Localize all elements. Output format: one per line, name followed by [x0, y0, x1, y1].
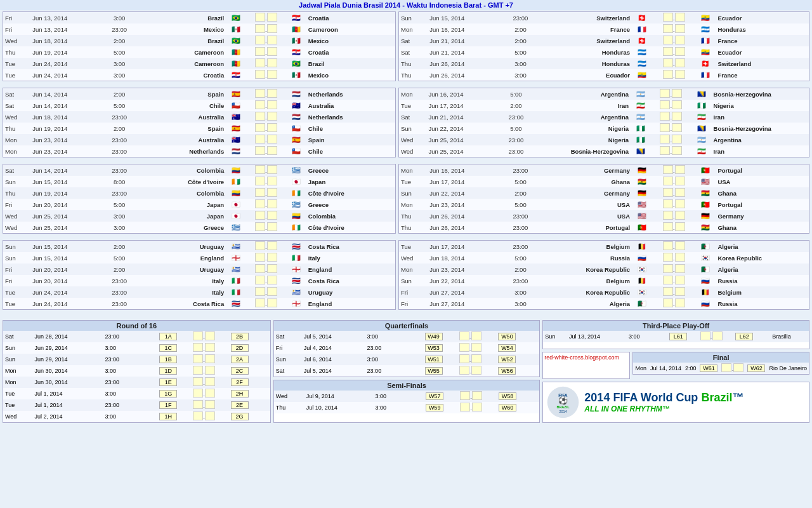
match-time: 3:00: [365, 354, 402, 365]
away-flag: 🇵🇹: [695, 199, 716, 210]
home-slot: 1A: [138, 331, 179, 342]
match-date: Jun 23, 2014: [30, 134, 102, 145]
match-time: 2:00: [102, 123, 137, 134]
away-team: France: [716, 35, 809, 46]
score-display: -: [653, 164, 695, 177]
match-day: Wed: [399, 145, 427, 157]
match-date: Jul 4, 2014: [302, 342, 365, 354]
away-flag: 🇯🇵: [287, 176, 306, 187]
match-date: Jun 21, 2014: [428, 35, 502, 46]
home-team: Uruguay: [137, 241, 226, 253]
match-day: Tue: [3, 69, 31, 81]
away-team: Ghana: [716, 222, 809, 234]
third-header: Third-Place Play-Off: [543, 321, 809, 331]
third-panel: Third-Place Play-Off Sun Jul 13, 2014 3:…: [542, 320, 809, 349]
score-display: -: [246, 210, 286, 222]
match-date: Jun 24, 2014: [30, 69, 102, 81]
round16-panel: Round of 16 Sat Jun 28, 2014 23:00 1A - …: [3, 320, 271, 423]
table-row: Wed Jun 25, 2014 23:00 Bosnia-Herzegovin…: [399, 145, 809, 157]
match-date: Jun 18, 2014: [30, 111, 102, 123]
home-flag: 🇩🇿: [632, 298, 653, 310]
table-row: Sat Jun 14, 2014 2:00 Spain 🇪🇸 - 🇳🇱 Neth…: [3, 88, 396, 100]
away-team: Croatia: [306, 12, 396, 24]
home-team: Greece: [137, 222, 226, 234]
home-flag: 🇮🇷: [631, 100, 650, 111]
score-display: -: [179, 365, 228, 377]
match-date: Jul 6, 2014: [302, 354, 365, 365]
match-time: 23:00: [499, 134, 534, 145]
home-team: Brazil: [137, 35, 226, 46]
match-day: Sun: [399, 187, 428, 199]
table-row: Tue Jul 1, 2014 3:00 1G - 2H: [3, 388, 270, 399]
match-time: 2:00: [502, 264, 539, 275]
away-flag: 🇨🇱: [287, 123, 306, 134]
match-day: Thu: [3, 46, 31, 58]
match-time: 3:00: [103, 388, 138, 399]
away-slot: W52: [496, 354, 539, 365]
blog-link[interactable]: red-white-cross.blogspot.com: [544, 354, 619, 361]
score-display: -: [653, 187, 695, 199]
match-day: Fri: [3, 23, 31, 35]
brand-text: 2014 FIFA World Cup Brazil™ ALL IN ONE R…: [584, 391, 743, 413]
away-flag: 🇬🇭: [695, 187, 716, 199]
match-date: Jul 1, 2014: [33, 388, 103, 399]
match-date: Jun 17, 2014: [428, 241, 502, 253]
match-date: Jun 25, 2014: [427, 145, 499, 157]
match-date: Jun 18, 2014: [428, 252, 502, 264]
match-day: Sat: [274, 365, 302, 377]
away-team: Korea Republic: [716, 252, 809, 264]
away-team: Bosnia-Herzegovina: [712, 88, 809, 100]
match-time: 3:00: [502, 298, 539, 310]
score-display: -: [445, 391, 497, 402]
match-time: 23:00: [502, 164, 539, 177]
score-display: -: [246, 58, 286, 69]
away-slot: 2A: [229, 354, 270, 365]
away-flag: 🇭🇷: [287, 46, 306, 58]
table-row: Thu Jun 26, 2014 23:00 Portugal 🇵🇹 - 🇬🇭 …: [399, 222, 809, 234]
away-team: Algeria: [716, 264, 809, 275]
table-row: Mon Jun 30, 2014 3:00 1D - 2C: [3, 365, 270, 377]
table-row: Fri Jun 27, 2014 3:00 Algeria 🇩🇿 - 🇷🇺 Ru…: [399, 298, 809, 310]
table-row: Sat Jul 5, 2014 3:00 W49 - W50: [274, 331, 540, 342]
home-team: Croatia: [137, 69, 226, 81]
score-display: -: [246, 252, 286, 264]
match-day: Sun: [3, 241, 31, 253]
match-time: 2:00: [683, 363, 698, 374]
away-flag: 🇪🇸: [287, 134, 306, 145]
away-team: Algeria: [716, 241, 809, 253]
group-section: Mon Jun 16, 2014 23:00 Germany 🇩🇪 - 🇵🇹 P…: [398, 164, 809, 234]
match-day: Tue: [3, 298, 31, 310]
home-flag: 🇰🇷: [632, 286, 653, 298]
home-team: Côte d'Ivoire: [137, 176, 226, 187]
score-display: -: [246, 23, 286, 35]
score-display: -: [246, 12, 286, 24]
match-time: 5:00: [102, 199, 137, 210]
score-display: -: [179, 411, 228, 422]
away-team: England: [306, 298, 396, 310]
score-display: -: [246, 164, 286, 177]
table-row: Fri Jun 27, 2014 3:00 Korea Republic 🇰🇷 …: [399, 286, 809, 298]
table-row: Sun Jun 15, 2014 2:00 Uruguay 🇺🇾 - 🇨🇷 Co…: [3, 241, 396, 253]
away-slot: W56: [496, 365, 539, 377]
match-date: Jun 24, 2014: [30, 298, 102, 310]
score-display: -: [653, 298, 695, 310]
away-flag: 🇭🇷: [287, 12, 306, 24]
away-team: England: [306, 264, 396, 275]
away-flag: 🇮🇷: [691, 145, 711, 157]
match-day: Thu: [274, 402, 304, 413]
match-time: 23:00: [103, 399, 138, 411]
match-day: Sun: [399, 275, 428, 286]
score-display: -: [653, 241, 695, 253]
home-flag: 🇦🇺: [226, 134, 246, 145]
table-row: Wed Jun 18, 2014 23:00 Australia 🇦🇺 - 🇳🇱…: [3, 111, 396, 123]
away-flag: 🇨🇱: [287, 145, 306, 157]
sf-panel: Semi-Finals Wed Jul 9, 2014 3:00 W57 - W…: [273, 380, 540, 423]
score-display: -: [246, 241, 286, 253]
match-time: 3:00: [365, 331, 402, 342]
match-time: 23:00: [103, 377, 138, 388]
home-flag: 🇨🇱: [226, 100, 246, 111]
score-display: -: [651, 123, 692, 134]
page-title: Jadwal Piala Dunia Brasil 2014 - Waktu I…: [0, 0, 812, 10]
match-day: Sat: [399, 111, 427, 123]
score-display: -: [246, 199, 286, 210]
